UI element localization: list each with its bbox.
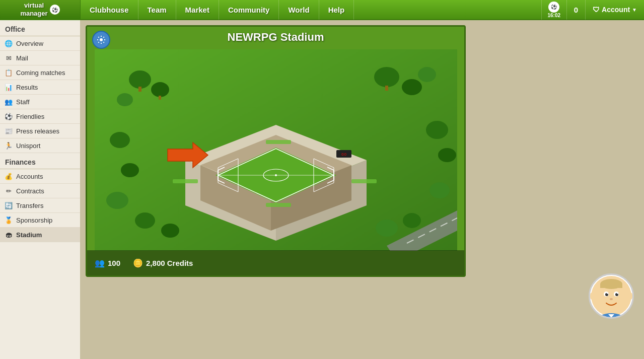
svg-point-57 — [610, 298, 613, 300]
sidebar-item-coming-matches[interactable]: 📋 Coming matches — [0, 65, 80, 80]
sidebar-staff-label: Staff — [16, 98, 30, 106]
sidebar-overview-label: Overview — [16, 40, 43, 47]
sidebar-unisport-label: Unisport — [16, 142, 40, 150]
sidebar-item-contracts[interactable]: ✏ Contracts — [0, 184, 80, 198]
svg-text:0:0: 0:0 — [341, 153, 346, 156]
sidebar-press-releases-label: Press releases — [16, 127, 59, 135]
time-display: 16:02 — [547, 13, 560, 18]
finances-section-title: Finances — [0, 153, 80, 169]
sidebar-item-staff[interactable]: 👥 Staff — [0, 95, 80, 109]
dropdown-arrow-icon: ▼ — [632, 7, 637, 13]
stadium-scene: 0:0 — [87, 49, 464, 250]
sidebar-item-results[interactable]: 📊 Results — [0, 80, 80, 95]
svg-rect-43 — [351, 179, 377, 183]
sidebar-accounts-label: Accounts — [16, 173, 43, 180]
main-layout: Office 🌐 Overview ✉ Mail 📋 Coming matche… — [0, 20, 644, 359]
svg-point-54 — [615, 293, 618, 296]
svg-point-18 — [161, 224, 179, 238]
nav-account[interactable]: 🛡 Account ▼ — [585, 0, 644, 20]
office-section-title: Office — [0, 20, 80, 36]
account-label: Account — [602, 6, 630, 14]
svg-point-13 — [430, 182, 450, 198]
friendlies-icon: ⚽ — [4, 112, 13, 121]
nav-right: ⚽ 16:02 0 🛡 Account ▼ — [541, 0, 644, 20]
nav-market[interactable]: Market — [176, 0, 219, 20]
sidebar-results-label: Results — [16, 84, 38, 91]
sidebar-stadium-label: Stadium — [16, 231, 42, 239]
staff-icon: 👥 — [4, 97, 13, 106]
nav-world[interactable]: World — [279, 0, 319, 20]
sidebar-friendlies-label: Friendlies — [16, 113, 44, 120]
fans-stat: 👥 100 — [95, 258, 120, 268]
svg-point-4 — [151, 82, 169, 97]
credits-stat: 🪙 2,800 Credits — [133, 258, 193, 268]
svg-point-9 — [402, 79, 422, 95]
stadium-icon: 🏟 — [4, 230, 13, 239]
nav-community[interactable]: Community — [219, 0, 279, 20]
results-icon: 📊 — [4, 83, 13, 92]
sidebar: Office 🌐 Overview ✉ Mail 📋 Coming matche… — [0, 20, 81, 359]
sidebar-item-accounts[interactable]: 💰 Accounts — [0, 169, 80, 184]
svg-point-20 — [403, 213, 421, 228]
sidebar-item-transfers[interactable]: 🔄 Transfers — [0, 198, 80, 213]
logo-line2: manager — [20, 10, 47, 17]
unisport-icon: 🏃 — [4, 141, 13, 150]
stadium-svg: 0:0 — [95, 49, 457, 251]
character-avatar — [589, 273, 634, 319]
sidebar-coming-matches-label: Coming matches — [16, 69, 65, 77]
sidebar-item-mail[interactable]: ✉ Mail — [0, 51, 80, 65]
nav-time: ⚽ 16:02 — [541, 0, 566, 20]
overview-icon: 🌐 — [4, 39, 13, 48]
credits-amount: 2,800 Credits — [146, 259, 193, 267]
stadium-panel: NEWRPG Stadium — [86, 25, 466, 277]
logo-icon: ⚽ — [50, 5, 60, 15]
nav-team[interactable]: Team — [138, 0, 176, 20]
sidebar-item-stadium[interactable]: 🏟 Stadium — [0, 228, 80, 242]
svg-point-6 — [117, 93, 133, 106]
sidebar-item-friendlies[interactable]: ⚽ Friendlies — [0, 109, 80, 124]
svg-rect-42 — [173, 179, 198, 183]
svg-point-55 — [607, 293, 608, 294]
svg-rect-5 — [159, 96, 161, 100]
press-releases-icon: 📰 — [4, 126, 13, 135]
accounts-icon: 💰 — [4, 172, 13, 181]
nav-items: Clubhouse Team Market Community World He… — [81, 0, 541, 20]
svg-rect-50 — [600, 284, 622, 288]
sidebar-item-sponsorship[interactable]: 🏅 Sponsorship — [0, 213, 80, 228]
svg-point-10 — [418, 67, 436, 82]
svg-rect-8 — [385, 86, 388, 91]
svg-point-53 — [605, 293, 608, 296]
character-face — [590, 275, 632, 317]
svg-point-32 — [275, 174, 277, 176]
svg-rect-3 — [138, 87, 141, 92]
svg-rect-41 — [266, 140, 291, 144]
sponsorship-icon: 🏅 — [4, 216, 13, 225]
svg-point-17 — [135, 212, 155, 229]
svg-point-11 — [426, 121, 448, 139]
clock-icon: ⚽ — [548, 2, 559, 13]
svg-point-2 — [129, 70, 151, 89]
svg-point-16 — [106, 192, 128, 209]
top-navigation: virtualmanager ⚽ Clubhouse Team Market C… — [0, 0, 644, 20]
stadium-title: NEWRPG Stadium — [87, 27, 464, 46]
svg-point-12 — [438, 148, 456, 162]
svg-point-15 — [121, 163, 139, 177]
nav-help[interactable]: Help — [319, 0, 354, 20]
svg-rect-44 — [266, 203, 291, 207]
sidebar-item-overview[interactable]: 🌐 Overview — [0, 36, 80, 51]
sidebar-item-unisport[interactable]: 🏃 Unisport — [0, 138, 80, 153]
sidebar-sponsorship-label: Sponsorship — [16, 217, 52, 224]
sidebar-mail-label: Mail — [16, 54, 28, 62]
logo-line1: virtual — [24, 2, 44, 9]
svg-point-19 — [376, 220, 398, 237]
stadium-stats-bar: 👥 100 🪙 2,800 Credits — [87, 250, 464, 275]
nav-clubhouse[interactable]: Clubhouse — [81, 0, 138, 20]
content-area: NEWRPG Stadium — [81, 20, 644, 359]
shield-icon: 🛡 — [593, 6, 600, 14]
transfers-icon: 🔄 — [4, 201, 13, 210]
sidebar-item-press-releases[interactable]: 📰 Press releases — [0, 124, 80, 138]
logo[interactable]: virtualmanager ⚽ — [0, 0, 81, 20]
nav-credits-display: 0 — [566, 0, 585, 20]
mail-icon: ✉ — [4, 53, 13, 62]
credits-icon: 🪙 — [133, 258, 143, 268]
